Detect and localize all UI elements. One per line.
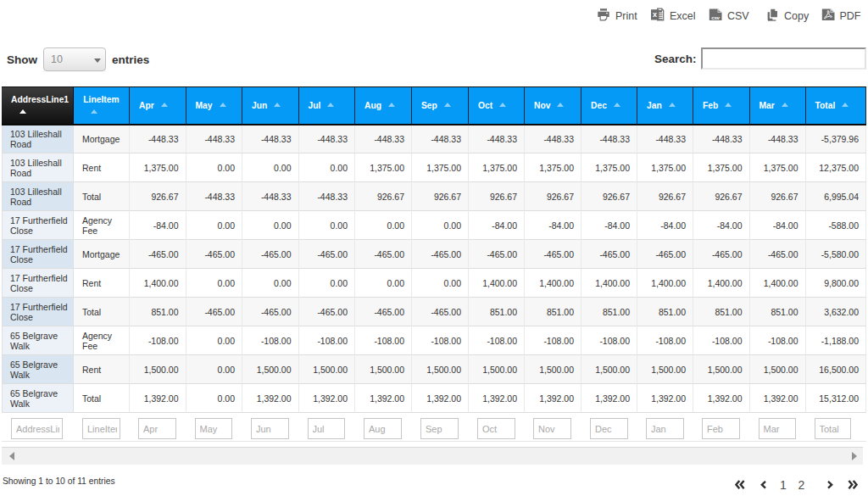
svg-text:csv: csv xyxy=(711,14,720,20)
svg-text:x: x xyxy=(653,10,657,19)
